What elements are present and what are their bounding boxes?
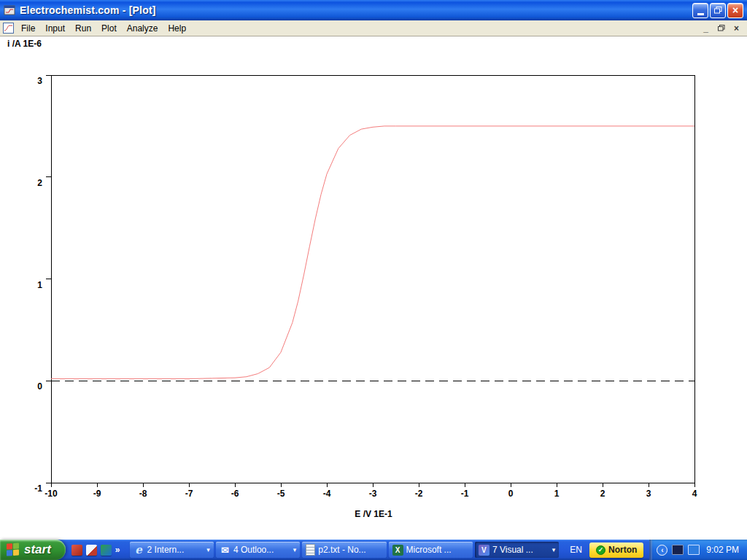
windows-flag-icon: [7, 542, 20, 556]
window-title: Electrochemist.com - [Plot]: [20, 4, 156, 16]
visual-studio-icon: V: [479, 545, 489, 556]
mdi-restore-icon: [718, 25, 725, 31]
quick-launch-icon-3[interactable]: [101, 545, 112, 556]
plot-canvas: -10-9-8-7-6-5-4-3-2-1012343210-1: [0, 36, 747, 540]
task-label: p2.txt - No...: [318, 545, 382, 555]
taskbar: start » e2 Intern...▾✉4 Outloo...▾p2.txt…: [0, 540, 747, 560]
menu-plot[interactable]: Plot: [96, 21, 122, 36]
task-button-outlook[interactable]: ✉4 Outloo...▾: [216, 542, 300, 558]
y-tick-label: -1: [34, 483, 42, 494]
plot-frame: [51, 75, 694, 483]
internet-explorer-icon: e: [133, 545, 144, 556]
norton-label: Norton: [608, 545, 637, 555]
x-tick-label: 3: [646, 489, 651, 499]
start-button[interactable]: start: [0, 540, 66, 560]
x-tick-label: -2: [415, 489, 423, 499]
task-button-visual-studio[interactable]: V7 Visual ...▾: [475, 542, 559, 558]
window-controls: ×: [692, 3, 743, 18]
x-tick-label: -7: [185, 489, 193, 499]
x-tick-label: -3: [369, 489, 377, 499]
dropdown-arrow-icon[interactable]: ▾: [552, 546, 556, 553]
norton-check-icon: ✓: [596, 545, 605, 555]
menubar: FileInputRunPlotAnalyzeHelp _ ×: [0, 20, 747, 36]
tray-icon-1[interactable]: [672, 545, 684, 555]
quick-launch-overflow-icon[interactable]: »: [115, 545, 120, 555]
close-button[interactable]: ×: [727, 3, 743, 18]
language-indicator[interactable]: EN: [562, 545, 589, 555]
x-tick-label: -10: [44, 489, 58, 499]
tray-collapse-chevron-icon[interactable]: ‹: [657, 545, 667, 556]
x-tick-label: 2: [600, 489, 605, 499]
mdi-window-controls: _ ×: [700, 23, 743, 34]
mdi-minimize-button[interactable]: _: [700, 23, 712, 34]
x-tick-label: 0: [508, 489, 514, 499]
dropdown-arrow-icon[interactable]: ▾: [293, 546, 297, 553]
task-button-notepad[interactable]: p2.txt - No...: [302, 542, 386, 558]
task-label: 7 Visual ...: [492, 545, 549, 555]
notepad-icon: [306, 544, 315, 556]
x-tick-label: -5: [277, 489, 285, 499]
task-button-internet-explorer[interactable]: e2 Intern...▾: [130, 542, 214, 558]
x-tick-label: -6: [231, 489, 239, 499]
taskbar-clock: 9:02 PM: [706, 545, 739, 555]
titlebar: Electrochemist.com - [Plot] ×: [0, 0, 747, 20]
y-tick-label: 2: [37, 178, 42, 188]
x-tick-label: -1: [461, 489, 469, 499]
app-icon: [3, 4, 16, 17]
menu-run[interactable]: Run: [70, 21, 96, 36]
x-axis-label: E /V 1E-1: [329, 509, 418, 519]
series-sigmoidal-voltammogram: [51, 126, 694, 379]
x-tick-label: 4: [692, 489, 697, 499]
plot-window-icon: [3, 23, 14, 34]
y-axis-label: i /A 1E-6: [7, 39, 42, 49]
restore-icon: [714, 7, 722, 14]
restore-button[interactable]: [710, 3, 726, 18]
mdi-close-button[interactable]: ×: [730, 23, 743, 34]
tray-icon-2[interactable]: [688, 545, 700, 555]
menu-analyze[interactable]: Analyze: [122, 21, 163, 36]
outlook-icon: ✉: [220, 545, 231, 556]
norton-badge[interactable]: ✓ Norton: [589, 542, 643, 558]
quick-launch-icon-2[interactable]: [86, 545, 97, 556]
start-label: start: [24, 542, 51, 557]
x-tick-label: 1: [554, 489, 560, 499]
task-button-excel[interactable]: XMicrosoft ...: [389, 542, 473, 558]
x-tick-label: -9: [93, 489, 101, 499]
taskbar-tasks: e2 Intern...▾✉4 Outloo...▾p2.txt - No...…: [126, 542, 563, 558]
close-icon: ×: [732, 5, 738, 15]
x-tick-label: -4: [323, 489, 331, 499]
menu-help[interactable]: Help: [163, 21, 191, 36]
task-label: Microsoft ...: [406, 545, 469, 555]
dropdown-arrow-icon[interactable]: ▾: [206, 546, 210, 553]
menu-items: FileInputRunPlotAnalyzeHelp: [16, 21, 191, 36]
y-tick-label: 1: [37, 280, 42, 290]
task-label: 4 Outloo...: [233, 545, 290, 555]
quick-launch-icon-1[interactable]: [71, 545, 82, 556]
x-tick-label: -8: [139, 489, 147, 499]
minimize-icon: [697, 13, 704, 15]
menu-file[interactable]: File: [16, 21, 40, 36]
menu-input[interactable]: Input: [40, 21, 70, 36]
screen: Electrochemist.com - [Plot] × FileInputR…: [0, 0, 747, 560]
quick-launch: »: [66, 545, 126, 556]
plot-area: -10-9-8-7-6-5-4-3-2-1012343210-1 i /A 1E…: [0, 36, 747, 540]
system-tray: ‹ 9:02 PM: [649, 540, 747, 560]
minimize-button[interactable]: [692, 3, 708, 18]
y-tick-label: 0: [37, 381, 42, 392]
mdi-restore-button[interactable]: [715, 23, 727, 34]
y-tick-label: 3: [37, 76, 42, 86]
excel-icon: X: [392, 545, 403, 556]
task-label: 2 Intern...: [147, 545, 204, 555]
